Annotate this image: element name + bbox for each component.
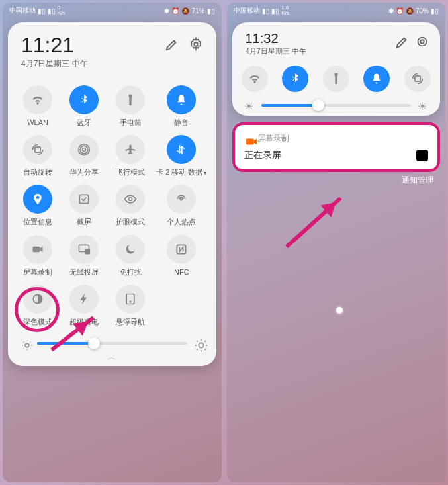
tile-wlan[interactable] [242,66,268,92]
bolt-icon[interactable] [69,285,99,314]
tile-label: 截屏 [77,218,91,226]
tile-label: 飞行模式 [116,168,145,177]
signal-icons: ▮▯ ▮▯ [262,7,280,15]
cast-icon[interactable] [69,235,99,264]
tile-label: 自动旋转 [23,168,52,177]
tile-label: 蓝牙 [77,118,91,127]
notification-manage-link[interactable]: 通知管理 [227,172,446,186]
brightness-low-icon [20,338,30,349]
svg-point-15 [25,343,29,347]
tile-rotate[interactable]: 自动旋转 [17,135,58,177]
tile-data[interactable]: 卡 2 移动 数据▾ [156,135,206,177]
record-app-icon [244,134,253,144]
tile-bluetooth[interactable] [282,66,308,92]
flashlight-icon[interactable] [116,85,145,114]
tile-label: NFC [174,268,189,277]
settings-icon[interactable] [189,37,203,52]
tile-label: 无线投屏 [69,268,99,277]
settings-icon[interactable] [415,34,427,46]
svg-point-2 [83,148,86,152]
wifi-icon[interactable] [23,85,52,114]
svg-rect-1 [35,147,40,152]
tile-eye[interactable]: 护眼模式 [110,185,151,226]
wifi-icon[interactable] [242,66,268,92]
svg-point-0 [194,42,198,46]
nfc-icon[interactable] [167,235,196,264]
tile-screenshot[interactable]: 截屏 [64,185,105,226]
tile-dark[interactable]: 深色模式 [17,285,58,326]
brightness-thumb[interactable] [88,337,100,349]
edit-icon[interactable] [395,34,407,46]
net-speed: 1.6 K/s [281,5,289,16]
pin-icon[interactable] [23,185,52,214]
screenshot-icon[interactable] [69,185,99,214]
svg-rect-10 [85,249,90,254]
recording-notification[interactable]: 屏幕录制 正在录屏 [232,122,441,172]
clock-date: 4月7日星期三 中午 [21,58,88,69]
brightness-slider[interactable] [17,338,207,349]
svg-point-6 [129,198,132,201]
alarm-status-icon: ⏰ [171,7,179,15]
bell-off-icon[interactable] [167,85,196,114]
status-bar: 中国移动 ▮▯ ▮▯ 0 K/s ✱ ⏰ 🔕 71% ▮▯ [3,3,222,19]
notification-app-name: 屏幕录制 [257,133,289,144]
tile-flashlight[interactable] [323,66,349,92]
tile-nfc[interactable]: NFC [156,235,206,277]
tile-label: 屏幕录制 [23,268,52,277]
moon-icon[interactable] [116,235,145,264]
status-bar: 中国移动 ▮▯ ▮▯ 1.6 K/s ✱ ⏰ 🔕 70% ▮▯ [227,3,446,19]
tile-cast[interactable]: 无线投屏 [64,235,105,277]
stop-recording-button[interactable] [416,150,428,161]
mute-status-icon: 🔕 [181,7,189,15]
tile-location[interactable]: 位置信息 [17,185,58,226]
tile-float-nav[interactable]: 悬浮导航 [110,285,151,326]
flashlight-icon[interactable] [323,66,349,92]
tile-airplane[interactable]: 飞行模式 [110,135,151,177]
tile-label: 静音 [174,118,189,127]
tile-screen-record[interactable]: 屏幕录制 [17,235,58,277]
svg-rect-18 [415,76,420,81]
tile-mute[interactable]: 静音 [156,85,206,127]
dark-icon[interactable] [23,285,52,314]
signal-icons: ▮▯ ▮▯ [38,7,56,15]
battery-icon: ▮▯ [431,7,439,15]
brightness-thumb[interactable] [312,99,324,111]
plane-icon[interactable] [116,135,145,164]
tile-mute[interactable] [363,66,390,92]
float-icon[interactable] [116,285,145,314]
battery-icon: ▮▯ [207,7,215,15]
tile-huawei-share[interactable]: 华为分享 [64,135,105,177]
tile-flashlight[interactable]: 手电筒 [110,85,151,127]
tile-hotspot[interactable]: 个人热点 [156,185,206,226]
notification-title: 正在录屏 [244,150,281,161]
tile-wlan[interactable]: WLAN [17,85,58,127]
bluetooth-icon[interactable] [282,66,308,92]
quick-settings-panel: 11:21 4月7日星期三 中午 WLAN蓝牙手电筒静音自动旋转华为分享飞行模式… [8,22,216,366]
brightness-high-icon: ☀ [418,100,428,110]
tile-label: 位置信息 [23,218,52,226]
brightness-slider[interactable]: ☀ ☀ [242,100,431,110]
bluetooth-icon[interactable] [69,85,99,114]
tile-dnd[interactable]: 免打扰 [110,235,151,277]
svg-point-16 [199,343,203,347]
bell-off-icon[interactable] [363,66,390,92]
touch-indicator [336,307,343,314]
phone-right: 中国移动 ▮▯ ▮▯ 1.6 K/s ✱ ⏰ 🔕 70% ▮▯ 11:32 4月… [227,3,446,482]
eye-icon[interactable] [116,185,145,214]
clock-date: 4月7日星期三 中午 [246,46,306,56]
panel-grabber[interactable]: ︿ [17,354,207,359]
hotspot-icon[interactable] [167,185,196,214]
brightness-low-icon: ☀ [244,100,255,110]
edit-icon[interactable] [165,37,179,52]
tile-battery-saver[interactable]: 超级省电 [64,285,105,326]
data-icon[interactable] [167,135,196,164]
rotate-icon[interactable] [23,135,52,164]
tile-rotate[interactable] [404,66,431,92]
tile-bluetooth[interactable]: 蓝牙 [64,85,105,127]
svg-point-14 [130,301,131,302]
tiles-row [242,66,431,92]
record-icon[interactable] [23,235,52,264]
brightness-high-icon [194,338,204,349]
share-icon[interactable] [69,135,99,164]
rotate-icon[interactable] [404,66,431,92]
